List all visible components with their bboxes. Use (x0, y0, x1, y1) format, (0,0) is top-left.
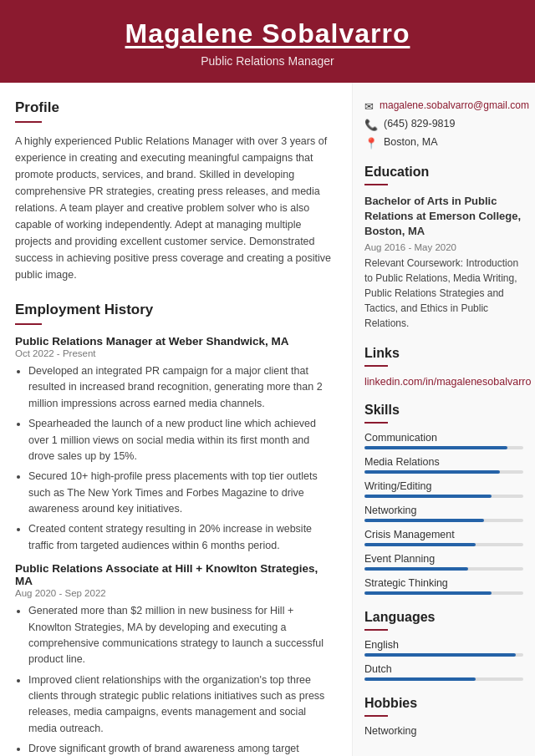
profile-heading: Profile (15, 99, 337, 116)
skill-bar-bg (364, 543, 523, 546)
phone-number: (645) 829-9819 (384, 118, 455, 129)
contact-email: ✉ magalene.sobalvarro@gmail.com (364, 99, 523, 113)
right-column: ✉ magalene.sobalvarro@gmail.com 📞 (645) … (353, 83, 535, 756)
language-bar-fill (364, 677, 476, 681)
skill-item: Networking (364, 505, 523, 522)
skill-item: Media Relations (364, 456, 523, 474)
location-text: Boston, MA (384, 136, 438, 148)
education-section: Education Bachelor of Arts in Public Rel… (364, 165, 523, 331)
skill-bar-fill (364, 446, 507, 449)
skill-bar-bg (364, 446, 523, 449)
skill-item: Writing/Editing (364, 480, 523, 498)
hobby-item: Networking (364, 725, 523, 737)
hobbies-list: Networking (364, 725, 523, 737)
job-1-dates: Oct 2022 - Present (15, 348, 337, 358)
language-bar-bg (364, 677, 523, 681)
hobbies-heading: Hobbies (364, 696, 523, 711)
skill-bar-bg (364, 567, 523, 571)
list-item: Improved client relationships with the o… (28, 672, 337, 738)
job-2-dates: Aug 2020 - Sep 2022 (15, 588, 337, 598)
contact-location: 📍 Boston, MA (364, 136, 523, 150)
skills-section: Skills Communication Media Relations Wri… (364, 403, 523, 595)
edu-coursework: Relevant Coursework: Introduction to Pub… (364, 256, 523, 331)
language-bar-fill (364, 653, 516, 657)
resume-header: Magalene Sobalvarro Public Relations Man… (0, 0, 535, 83)
edu-dates: Aug 2016 - May 2020 (364, 242, 523, 252)
email-icon: ✉ (364, 100, 374, 113)
employment-divider (15, 323, 42, 325)
job-2-title: Public Relations Associate at Hill + Kno… (15, 562, 337, 587)
skill-bar-fill (364, 567, 468, 571)
job-2-bullets: Generated more than $2 million in new bu… (15, 603, 337, 756)
job-2: Public Relations Associate at Hill + Kno… (15, 562, 337, 756)
list-item: Secured 10+ high-profile press placement… (28, 469, 337, 517)
skills-heading: Skills (364, 403, 523, 418)
language-name: English (364, 639, 523, 651)
list-item: Generated more than $2 million in new bu… (28, 603, 337, 668)
phone-icon: 📞 (364, 119, 378, 131)
linkedin-link[interactable]: linkedin.com/in/magalenesobalvarro (364, 376, 531, 388)
language-name: Dutch (364, 663, 523, 675)
skill-bar-bg (364, 519, 523, 522)
candidate-title: Public Relations Manager (17, 54, 518, 68)
skill-name: Strategic Thinking (364, 577, 523, 589)
skill-bar-fill (364, 470, 500, 474)
skill-item: Event Planning (364, 553, 523, 571)
languages-section: Languages English Dutch (364, 610, 523, 681)
language-item: Dutch (364, 663, 523, 681)
language-item: English (364, 639, 523, 657)
skill-bar-fill (364, 591, 492, 595)
links-divider (364, 365, 388, 367)
job-1: Public Relations Manager at Weber Shandw… (15, 335, 337, 554)
edu-degree: Bachelor of Arts in Public Relations at … (364, 194, 523, 240)
list-item: Created content strategy resulting in 20… (28, 521, 337, 554)
languages-heading: Languages (364, 610, 523, 625)
skill-name: Media Relations (364, 456, 523, 468)
list-item: Spearheaded the launch of a new product … (28, 416, 337, 464)
contact-phone: 📞 (645) 829-9819 (364, 118, 523, 131)
list-item: Drove significant growth of brand awaren… (28, 741, 337, 756)
job-1-bullets: Developed an integrated PR campaign for … (15, 363, 337, 554)
skills-list: Communication Media Relations Writing/Ed… (364, 432, 523, 595)
skill-bar-bg (364, 495, 523, 498)
languages-divider (364, 629, 388, 631)
skill-name: Communication (364, 432, 523, 444)
hobbies-divider (364, 715, 388, 717)
skill-name: Event Planning (364, 553, 523, 565)
location-icon: 📍 (364, 137, 378, 150)
candidate-name: Magalene Sobalvarro (17, 18, 518, 49)
skills-divider (364, 422, 388, 424)
profile-divider (15, 121, 42, 123)
education-heading: Education (364, 165, 523, 180)
employment-section: Employment History Public Relations Mana… (15, 302, 337, 756)
links-heading: Links (364, 346, 523, 361)
hobbies-section: Hobbies Networking (364, 696, 523, 737)
skill-item: Crisis Management (364, 529, 523, 546)
skill-bar-bg (364, 470, 523, 474)
employment-heading: Employment History (15, 302, 337, 318)
skill-bar-fill (364, 495, 492, 498)
skill-bar-bg (364, 591, 523, 595)
skill-name: Writing/Editing (364, 480, 523, 492)
resume-body: Profile A highly experienced Public Rela… (0, 83, 535, 756)
languages-list: English Dutch (364, 639, 523, 681)
job-1-title: Public Relations Manager at Weber Shandw… (15, 335, 337, 348)
contact-section: ✉ magalene.sobalvarro@gmail.com 📞 (645) … (364, 99, 523, 150)
skill-bar-fill (364, 543, 476, 546)
skill-name: Networking (364, 505, 523, 516)
education-divider (364, 184, 388, 185)
skill-item: Communication (364, 432, 523, 449)
list-item: Developed an integrated PR campaign for … (28, 363, 337, 412)
profile-section: Profile A highly experienced Public Rela… (15, 99, 337, 283)
left-column: Profile A highly experienced Public Rela… (0, 83, 353, 756)
email-link[interactable]: magalene.sobalvarro@gmail.com (380, 99, 529, 111)
skill-item: Strategic Thinking (364, 577, 523, 595)
profile-text: A highly experienced Public Relations Ma… (15, 133, 337, 283)
skill-bar-fill (364, 519, 484, 522)
links-section: Links linkedin.com/in/magalenesobalvarro (364, 346, 523, 388)
language-bar-bg (364, 653, 523, 657)
skill-name: Crisis Management (364, 529, 523, 540)
